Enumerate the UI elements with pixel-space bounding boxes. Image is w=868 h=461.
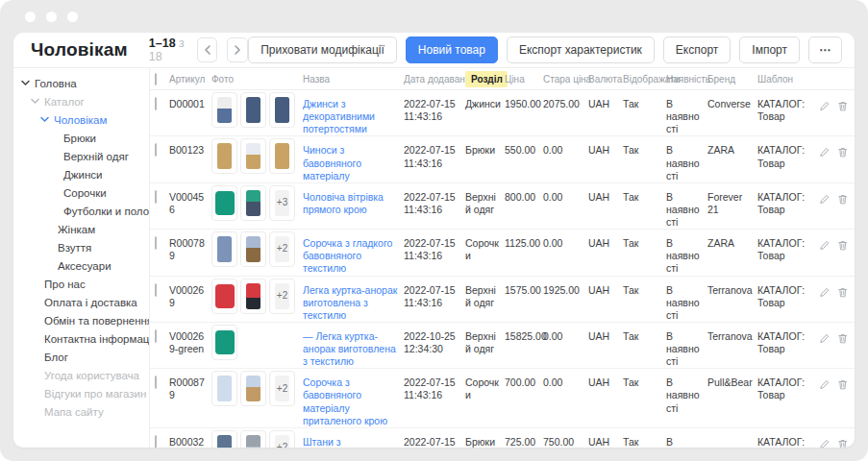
sidebar-item[interactable]: Головна	[13, 74, 149, 92]
product-photo[interactable]	[211, 231, 237, 267]
edit-icon[interactable]	[819, 438, 831, 448]
sidebar-item[interactable]: Контактна інформація	[13, 329, 149, 348]
hide-modifications-button[interactable]: Приховати модифікації	[248, 36, 397, 63]
sidebar-item[interactable]: Каталог	[13, 92, 149, 110]
delete-icon[interactable]	[837, 146, 849, 158]
next-page-button[interactable]	[227, 37, 248, 62]
row-checkbox[interactable]	[155, 190, 157, 204]
sidebar-item[interactable]: Блог	[13, 348, 149, 366]
column-header-display[interactable]: Відображати	[623, 74, 666, 85]
edit-icon[interactable]	[819, 286, 831, 299]
product-name-link[interactable]: Сорочка з гладкого бавовняного текстилю	[303, 237, 392, 274]
row-checkbox[interactable]	[155, 329, 157, 343]
product-name-link[interactable]: Чоловіча вітрівка прямого крою	[303, 191, 384, 215]
date-value: 2022-10-25	[404, 330, 461, 343]
product-photo[interactable]	[240, 430, 266, 448]
product-photo[interactable]: +2	[269, 430, 295, 448]
delete-icon[interactable]	[837, 193, 849, 206]
product-photo[interactable]	[211, 279, 237, 314]
product-photo[interactable]	[269, 138, 295, 174]
column-header-date[interactable]: Дата додавання	[404, 74, 465, 85]
sku-cell: V000456	[169, 183, 211, 216]
column-header-currency[interactable]: Валюта	[588, 74, 623, 85]
window-dot[interactable]	[25, 12, 36, 22]
product-photo[interactable]	[211, 185, 237, 221]
sidebar-item[interactable]: Відгуки про магазин	[13, 384, 149, 402]
sidebar-item[interactable]: Джинси	[13, 165, 149, 183]
delete-icon[interactable]	[837, 332, 849, 345]
product-photo[interactable]	[240, 231, 266, 267]
product-photo[interactable]	[211, 138, 237, 174]
sidebar-item[interactable]: Чоловікам	[13, 110, 149, 129]
sidebar-item[interactable]: Взуття	[13, 238, 149, 256]
edit-icon[interactable]	[819, 146, 831, 158]
product-photo[interactable]	[240, 92, 266, 128]
column-header-template[interactable]: Шаблон	[757, 74, 819, 85]
sidebar-item[interactable]: Верхній одяг	[13, 147, 149, 165]
column-header-old-price[interactable]: Стара ціна	[543, 74, 588, 85]
row-checkbox[interactable]	[155, 143, 157, 157]
edit-icon[interactable]	[819, 193, 831, 206]
column-header-availability[interactable]: Наявність	[666, 74, 707, 85]
sidebar-item[interactable]: Сорочки	[13, 183, 149, 202]
time-value: 11:43:16	[404, 158, 461, 170]
edit-icon[interactable]	[819, 100, 831, 112]
column-header-sku[interactable]: Артикул	[169, 74, 211, 85]
product-photo[interactable]: +2	[269, 279, 295, 314]
delete-icon[interactable]	[837, 100, 849, 112]
product-photo[interactable]	[240, 185, 266, 221]
sidebar-item[interactable]: Футболки и поло	[13, 202, 149, 220]
product-photo[interactable]	[240, 279, 266, 314]
more-actions-button[interactable]: ⋯	[808, 36, 842, 63]
product-photo[interactable]	[269, 92, 295, 128]
edit-icon[interactable]	[819, 378, 831, 391]
sidebar-item[interactable]: Угода користувача	[13, 366, 149, 384]
delete-icon[interactable]	[837, 378, 849, 391]
row-checkbox[interactable]	[155, 97, 157, 110]
export-button[interactable]: Експорт	[663, 36, 731, 63]
export-characteristics-button[interactable]: Експорт характеристик	[507, 36, 655, 63]
product-name-link[interactable]: Штани з бавовняного матеріалу прямого кр…	[303, 436, 390, 448]
product-photo[interactable]: +2	[269, 371, 295, 406]
import-button[interactable]: Імпорт	[739, 36, 800, 63]
delete-icon[interactable]	[837, 286, 849, 299]
row-checkbox[interactable]	[155, 236, 157, 250]
sidebar-item[interactable]: Про нас	[13, 275, 149, 293]
sidebar-item[interactable]: Брюки	[13, 129, 149, 147]
product-photo[interactable]	[211, 371, 237, 406]
product-photo[interactable]	[211, 430, 237, 448]
new-product-button[interactable]: Новий товар	[406, 36, 498, 63]
product-photo[interactable]	[240, 138, 266, 174]
product-photo[interactable]: +3	[269, 185, 295, 221]
sidebar-item[interactable]: Аксесуари	[13, 256, 149, 275]
product-name-link[interactable]: Чиноси з бавовняного матеріалу	[303, 144, 361, 181]
column-header-section[interactable]: Розділ	[465, 71, 505, 87]
row-checkbox[interactable]	[155, 283, 157, 297]
edit-icon[interactable]	[819, 239, 831, 252]
select-all-checkbox[interactable]	[155, 73, 157, 85]
product-name-link[interactable]: — Легка куртка-анорак виготовлена з текс…	[303, 330, 396, 367]
prev-page-button[interactable]	[197, 37, 218, 62]
product-photo[interactable]	[211, 92, 237, 128]
window-dot[interactable]	[67, 12, 78, 22]
product-name-link[interactable]: Легка куртка-анорак виготовлена з тексти…	[303, 284, 397, 321]
row-checkbox[interactable]	[155, 435, 157, 448]
row-checkbox[interactable]	[155, 376, 157, 389]
product-name-link[interactable]: Джинси з декоративними потертостями	[303, 98, 375, 134]
column-header-brand[interactable]: Бренд	[707, 74, 757, 85]
sidebar-item[interactable]: Обмін та повернення	[13, 311, 149, 329]
product-photo[interactable]	[240, 371, 266, 406]
product-photo[interactable]: +2	[269, 231, 295, 267]
product-name-link[interactable]: Сорочка з бавовняного матеріалу притален…	[303, 376, 387, 425]
product-photo[interactable]	[211, 325, 237, 360]
column-header-price[interactable]: Ціна	[505, 74, 543, 85]
sidebar-item[interactable]: Оплата і доставка	[13, 293, 149, 311]
delete-icon[interactable]	[837, 239, 849, 252]
sidebar-item[interactable]: Жінкам	[13, 220, 149, 238]
delete-icon[interactable]	[837, 438, 849, 448]
edit-icon[interactable]	[819, 332, 831, 345]
sidebar-item[interactable]: Мапа сайту	[13, 402, 149, 421]
window-dot[interactable]	[46, 12, 57, 22]
column-header-photo[interactable]: Фото	[211, 74, 303, 85]
column-header-name[interactable]: Назва	[303, 74, 404, 85]
